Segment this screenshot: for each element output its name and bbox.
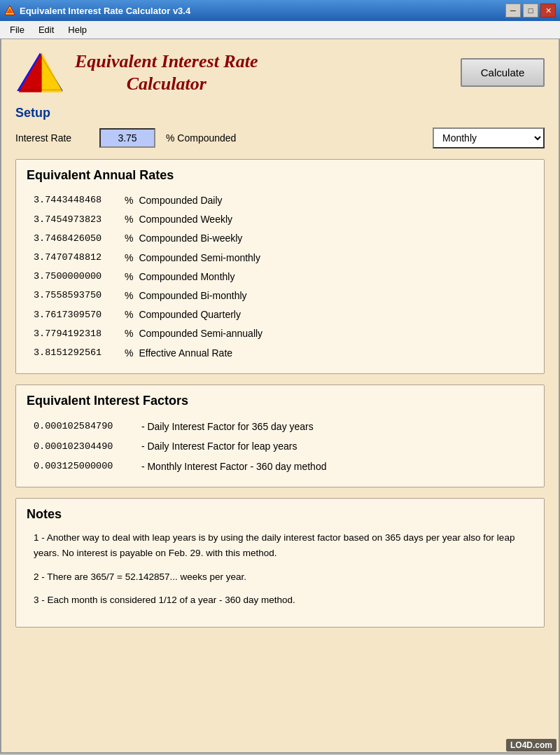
main-window: Equivalent Interest Rate Calculator Calc… xyxy=(0,39,560,754)
rate-percent: % xyxy=(125,345,133,362)
rate-percent: % xyxy=(125,192,133,209)
rate-desc: Compounded Weekly xyxy=(139,211,232,228)
table-row: 3.7558593750 % Compounded Bi-monthly xyxy=(27,286,533,305)
table-row: 3.7617309570 % Compounded Quarterly xyxy=(27,305,533,324)
table-row: 3.7470748812 % Compounded Semi-monthly xyxy=(27,249,533,268)
rate-percent: % xyxy=(125,211,133,228)
compounding-select[interactable]: Daily Weekly Bi-weekly Semi-monthly Mont… xyxy=(433,127,545,148)
title-bar-left: Equivalent Interest Rate Calculator v3.4 xyxy=(4,5,190,16)
rate-value: 3.7794192318 xyxy=(34,326,125,342)
factor-desc: - Daily Interest Factor for 365 day year… xyxy=(139,417,314,436)
annual-rates-section: Equivalent Annual Rates 3.7443448468 % C… xyxy=(15,159,545,374)
rate-desc: Compounded Bi-weekly xyxy=(139,230,242,247)
rate-value: 3.7468426050 xyxy=(34,230,125,247)
rate-value: 3.7443448468 xyxy=(34,192,125,209)
window-controls: ─ □ ✕ xyxy=(505,4,556,18)
rate-value: 3.7454973823 xyxy=(34,212,125,228)
calculate-button[interactable]: Calculate xyxy=(461,58,545,87)
rate-desc: Compounded Monthly xyxy=(139,268,234,286)
table-row: 3.7468426050 % Compounded Bi-weekly xyxy=(27,229,533,248)
interest-factors-title: Equivalent Interest Factors xyxy=(27,394,533,408)
list-item: 0.003125000000 - Monthly Interest Factor… xyxy=(27,457,533,477)
interest-factors-section: Equivalent Interest Factors 0.0001025847… xyxy=(15,385,545,488)
app-title: Equivalent Interest Rate Calculator xyxy=(75,50,258,94)
rate-percent: % xyxy=(125,306,133,324)
rate-desc: Compounded Daily xyxy=(139,192,222,209)
app-logo xyxy=(15,50,64,95)
list-item: 0.000102584790 - Daily Interest Factor f… xyxy=(27,417,533,437)
rate-percent: % xyxy=(125,230,133,247)
rate-percent: % xyxy=(125,287,133,305)
menu-edit[interactable]: Edit xyxy=(31,22,61,37)
table-row: 3.7443448468 % Compounded Daily xyxy=(27,191,533,210)
rate-desc: Compounded Bi-monthly xyxy=(139,287,246,305)
table-row: 3.7454973823 % Compounded Weekly xyxy=(27,210,533,229)
title-bar: Equivalent Interest Rate Calculator v3.4… xyxy=(0,0,560,21)
note-item-1: 1 - Another way to deal with leap years … xyxy=(27,530,533,560)
rate-percent: % xyxy=(125,268,133,286)
setup-section: Setup Interest Rate % Compounded Daily W… xyxy=(15,106,545,148)
rate-value: 3.7617309570 xyxy=(34,307,125,324)
rate-desc: Compounded Semi-monthly xyxy=(139,249,260,267)
restore-button[interactable]: □ xyxy=(523,4,538,18)
table-row: 3.7794192318 % Compounded Semi-annually xyxy=(27,324,533,343)
rate-value: 3.7500000000 xyxy=(34,268,125,285)
menu-bar: File Edit Help xyxy=(0,21,560,39)
watermark: LO4D.com xyxy=(506,739,556,751)
notes-title: Notes xyxy=(27,507,533,522)
interest-rate-label: Interest Rate xyxy=(15,132,92,144)
factor-desc: - Monthly Interest Factor - 360 day meth… xyxy=(139,457,326,476)
window-title: Equivalent Interest Rate Calculator v3.4 xyxy=(20,6,190,16)
annual-rates-title: Equivalent Annual Rates xyxy=(27,168,533,183)
percent-compound-label: % Compounded xyxy=(166,132,236,144)
rate-desc: Compounded Quarterly xyxy=(139,306,241,324)
menu-help[interactable]: Help xyxy=(61,22,94,37)
setup-row: Interest Rate % Compounded Daily Weekly … xyxy=(15,127,545,148)
rate-value: 3.8151292561 xyxy=(34,345,125,361)
table-row: 3.8151292561 % Effective Annual Rate xyxy=(27,344,533,363)
header-section: Equivalent Interest Rate Calculator Calc… xyxy=(15,50,545,95)
menu-file[interactable]: File xyxy=(3,22,31,37)
list-item: 0.000102304490 - Daily Interest Factor f… xyxy=(27,436,533,457)
app-icon xyxy=(4,5,15,16)
rate-percent: % xyxy=(125,325,133,342)
factor-value: 0.000102584790 xyxy=(34,417,139,436)
rate-value: 3.7470748812 xyxy=(34,249,125,266)
factor-desc: - Daily Interest Factor for leap years xyxy=(139,437,297,456)
header-left: Equivalent Interest Rate Calculator xyxy=(15,50,258,95)
rate-desc: Effective Annual Rate xyxy=(139,345,232,362)
minimize-button[interactable]: ─ xyxy=(505,4,521,18)
setup-label: Setup xyxy=(15,106,545,120)
factor-value: 0.003125000000 xyxy=(34,457,139,476)
table-row: 3.7500000000 % Compounded Monthly xyxy=(27,268,533,286)
rate-percent: % xyxy=(125,249,133,267)
rate-value: 3.7558593750 xyxy=(34,287,125,304)
interest-rate-input[interactable] xyxy=(99,128,155,148)
note-item-2: 2 - There are 365/7 = 52.142857... weeks… xyxy=(27,569,533,585)
factor-value: 0.000102304490 xyxy=(34,438,139,456)
notes-section: Notes 1 - Another way to deal with leap … xyxy=(15,498,545,627)
note-item-3: 3 - Each month is considered 1/12 of a y… xyxy=(27,593,533,608)
rate-desc: Compounded Semi-annually xyxy=(139,325,262,342)
close-button[interactable]: ✕ xyxy=(540,4,556,18)
